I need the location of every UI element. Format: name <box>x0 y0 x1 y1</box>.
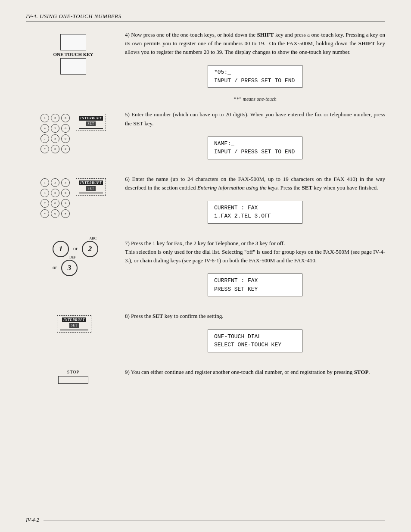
key6-1: 1 <box>40 178 49 187</box>
step-7-left: 1 or ABC 2 or DEF 3 <box>26 239 121 276</box>
step-4-display: *05:_ INPUT / PRESS SET TO END <box>208 65 302 88</box>
set-label-5: SET <box>86 121 96 126</box>
key6-0: 0 <box>51 209 59 218</box>
step-8-row: INTERRUPT SET 8) Press the SET key to co… <box>26 312 385 361</box>
step-8-right: 8) Press the SET key to confirm the sett… <box>121 312 385 361</box>
step-5-display-line1: NAME:_ <box>214 140 296 148</box>
interrupt-box-8: INTERRUPT SET <box>57 315 91 333</box>
key-hash: # <box>61 145 70 153</box>
step-9-text: 9) You can either continue and register … <box>125 368 385 376</box>
step-7-row: 1 or ABC 2 or DEF 3 <box>26 239 385 305</box>
interrupt-box-5: INTERRUPT SET <box>76 114 106 131</box>
footer-page-number: IV-4-2 <box>26 517 39 523</box>
step-7-text: 7) Press the 1 key for Fax, the 2 key fo… <box>125 239 385 265</box>
step-5-left: 1 2 3 4 5 6 7 8 9 * 0 # <box>26 110 121 154</box>
step-5-display-line2: INPUT / PRESS SET TO END <box>214 148 296 156</box>
footer-line <box>44 520 385 520</box>
key6-2: 2 <box>51 178 59 187</box>
one-touch-key-box <box>60 34 86 50</box>
key-3: 3 <box>61 114 70 122</box>
step-4-footnote: “*” means one-touch <box>125 96 385 102</box>
key-5: 5 <box>51 124 59 133</box>
step-5-display: NAME:_ INPUT / PRESS SET TO END <box>208 137 302 159</box>
step-9-number: 9) <box>125 369 131 375</box>
step-6-display-line2: 1.FAX 2.TEL 3.OFF <box>214 212 296 221</box>
step-7-keys-row1: 1 or ABC 2 <box>53 241 98 257</box>
set-label-8: SET <box>69 323 79 328</box>
step-7-keys: 1 or ABC 2 or DEF 3 <box>48 241 98 276</box>
step-6-number: 6) <box>125 176 132 182</box>
interrupt-label-8: INTERRUPT <box>62 317 86 322</box>
key-9: 9 <box>61 134 70 143</box>
key-4: 4 <box>40 124 49 133</box>
key-6: 6 <box>61 124 70 133</box>
step-5-right: 5) Enter the number (which can have up t… <box>121 110 385 168</box>
key6-hash: # <box>61 209 70 218</box>
abc-label: ABC <box>90 236 97 240</box>
step-8-display-line1: ONE-TOUCH DIAL <box>214 333 296 341</box>
step-6-display-line1: CURRENT : FAX <box>214 204 296 212</box>
step-4-number: 4) <box>125 31 131 38</box>
step-9-left: STOP <box>26 368 121 384</box>
key-1-lg: 1 <box>53 241 69 257</box>
step-4-display-container: *05:_ INPUT / PRESS SET TO END <box>125 61 385 92</box>
content-area: ONE TOUCH KEY 4) Now press one of the on… <box>26 31 385 391</box>
key-2-lg: 2 <box>82 241 98 257</box>
one-touch-key-graphic: ONE TOUCH KEY <box>53 34 93 75</box>
step-8-display-container: ONE-TOUCH DIAL SELECT ONE-TOUCH KEY <box>125 325 385 357</box>
step-7-display: CURRENT : FAX PRESS SET KEY <box>208 274 302 296</box>
stop-key-bar <box>58 376 88 384</box>
step-5-text: 5) Enter the number (which can have up t… <box>125 110 385 128</box>
step-8-left: INTERRUPT SET <box>26 312 121 333</box>
key-3-wrapper: DEF 3 <box>61 260 78 276</box>
key6-3: 3 <box>61 178 70 187</box>
step-6-display-container: CURRENT : FAX 1.FAX 2.TEL 3.OFF <box>125 196 385 228</box>
step-5-display-container: NAME:_ INPUT / PRESS SET TO END <box>125 132 385 164</box>
one-touch-key-box-2 <box>60 58 86 75</box>
page-footer: IV-4-2 <box>26 517 385 523</box>
key6-star: * <box>40 209 49 218</box>
step-4-text: 4) Now press one of the one-touch keys, … <box>125 31 385 56</box>
step-6-keypad: 1 2 3 4 5 6 7 8 9 * 0 # INTERRUPT <box>40 178 106 219</box>
key-0: 0 <box>51 145 59 153</box>
set-underline-6 <box>79 193 103 193</box>
step-5-row: 1 2 3 4 5 6 7 8 9 * 0 # <box>26 110 385 168</box>
step-7-display-line1: CURRENT : FAX <box>214 277 296 285</box>
key-2-wrapper: ABC 2 <box>82 241 98 257</box>
one-touch-key-label: ONE TOUCH KEY <box>53 52 93 57</box>
set-underline-5 <box>79 128 103 129</box>
set-underline-8 <box>60 330 88 330</box>
key6-8: 8 <box>51 199 59 208</box>
step-9-row: STOP 9) You can either continue and regi… <box>26 368 385 384</box>
step-7-display-container: CURRENT : FAX PRESS SET KEY <box>125 269 385 301</box>
key-1-wrapper: 1 <box>53 241 69 257</box>
keypad-grid-5: 1 2 3 4 5 6 7 8 9 * 0 # <box>40 114 71 154</box>
step-7-number: 7) <box>125 240 131 246</box>
step-4-row: ONE TOUCH KEY 4) Now press one of the on… <box>26 31 385 103</box>
step-6-right: 6) Enter the name (up to 24 characters o… <box>121 175 385 232</box>
step-7-right: 7) Press the 1 key for Fax, the 2 key fo… <box>121 239 385 305</box>
step-6-row: 1 2 3 4 5 6 7 8 9 * 0 # INTERRUPT <box>26 175 385 232</box>
keypad-grid-6: 1 2 3 4 5 6 7 8 9 * 0 # <box>40 178 71 219</box>
or-label-2: or <box>53 264 57 271</box>
key-1: 1 <box>40 114 49 122</box>
step-4-left: ONE TOUCH KEY <box>26 31 121 75</box>
stop-key-graphic: STOP <box>58 370 88 384</box>
stop-key-label: STOP <box>67 370 79 374</box>
interrupt-box-6: INTERRUPT SET <box>76 178 106 196</box>
key-7: 7 <box>40 134 49 143</box>
key-2: 2 <box>51 114 59 122</box>
step-9-right: 9) You can either continue and register … <box>121 368 385 376</box>
key-3-lg: 3 <box>61 260 78 276</box>
key-8: 8 <box>51 134 59 143</box>
interrupt-label-5: INTERRUPT <box>79 116 103 121</box>
key-star: * <box>40 145 49 153</box>
step-6-display: CURRENT : FAX 1.FAX 2.TEL 3.OFF <box>208 201 302 224</box>
interrupt-label-6: INTERRUPT <box>79 180 103 185</box>
step-5-number: 5) <box>125 111 131 118</box>
step-4-display-line2: INPUT / PRESS SET TO END <box>214 77 296 85</box>
step-4-display-line1: *05:_ <box>214 68 296 77</box>
step-6-text: 6) Enter the name (up to 24 characters o… <box>125 175 385 192</box>
step-7-keys-row2: or DEF 3 <box>53 260 78 276</box>
step-8-number: 8) <box>125 313 131 319</box>
